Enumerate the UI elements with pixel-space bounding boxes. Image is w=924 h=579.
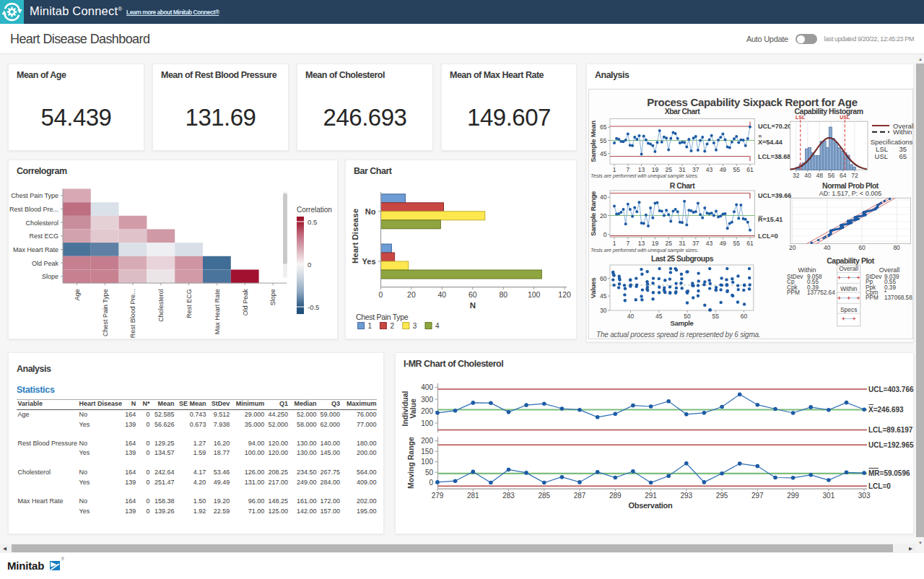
svg-text:303: 303 xyxy=(858,492,871,500)
svg-text:13: 13 xyxy=(638,239,645,246)
svg-text:299: 299 xyxy=(787,492,799,500)
svg-text:Tests are performed with unequ: Tests are performed with unequal sample … xyxy=(590,173,698,179)
svg-text:LCL=38.68: LCL=38.68 xyxy=(758,153,790,160)
svg-text:100: 100 xyxy=(421,419,433,427)
svg-text:45: 45 xyxy=(655,312,663,319)
svg-text:Overall: Overall xyxy=(839,265,858,272)
svg-text:R=15.41: R=15.41 xyxy=(758,216,783,223)
svg-text:61: 61 xyxy=(746,239,754,246)
svg-text:Rest Blood Pre...: Rest Blood Pre... xyxy=(9,206,58,213)
svg-text:293: 293 xyxy=(680,492,692,500)
svg-text:Within: Within xyxy=(893,128,912,136)
svg-text:X=54.44: X=54.44 xyxy=(758,139,783,146)
svg-text:80: 80 xyxy=(499,290,507,299)
svg-text:0: 0 xyxy=(308,261,311,269)
svg-text:Rest ECG: Rest ECG xyxy=(29,232,58,240)
svg-text:65: 65 xyxy=(600,123,607,131)
svg-text:LSL: LSL xyxy=(796,114,806,119)
svg-text:55: 55 xyxy=(733,239,740,246)
svg-text:80: 80 xyxy=(893,244,900,251)
svg-text:64: 64 xyxy=(840,171,847,178)
svg-text:Observation: Observation xyxy=(629,501,673,510)
svg-text:Specs: Specs xyxy=(840,305,858,313)
svg-text:Capability Plot: Capability Plot xyxy=(827,256,874,265)
svg-text:20: 20 xyxy=(600,212,607,219)
svg-text:Tests are performed with unequ: Tests are performed with unequal sample … xyxy=(590,247,698,253)
svg-text:Cholesterol: Cholesterol xyxy=(25,219,58,227)
svg-text:45: 45 xyxy=(600,292,607,300)
svg-text:LCL=89.6197: LCL=89.6197 xyxy=(868,426,913,434)
svg-text:20: 20 xyxy=(789,244,796,251)
svg-text:72: 72 xyxy=(851,171,858,178)
svg-text:65: 65 xyxy=(899,152,907,160)
svg-text:MR=59.0596: MR=59.0596 xyxy=(868,469,910,477)
svg-text:Age: Age xyxy=(74,289,81,300)
svg-text:AD: 1.517, P: < 0.005: AD: 1.517, P: < 0.005 xyxy=(819,190,881,197)
svg-text:UCL=192.965: UCL=192.965 xyxy=(868,441,914,449)
svg-text:Within: Within xyxy=(840,284,858,292)
svg-text:301: 301 xyxy=(823,492,835,500)
svg-text:0.5: 0.5 xyxy=(308,218,317,226)
svg-text:19: 19 xyxy=(652,239,659,246)
svg-text:PPM: PPM xyxy=(787,289,800,295)
svg-text:283: 283 xyxy=(502,492,515,500)
svg-text:Values: Values xyxy=(589,277,597,297)
svg-text:Old Peak: Old Peak xyxy=(32,260,59,267)
svg-text:The actual process spread is r: The actual process spread is represented… xyxy=(596,331,761,339)
svg-text:32: 32 xyxy=(793,171,800,178)
svg-text:Normal Prob Plot: Normal Prob Plot xyxy=(822,181,879,190)
svg-text:281: 281 xyxy=(467,492,479,500)
svg-text:Yes: Yes xyxy=(362,257,376,266)
svg-text:Cholesterol: Cholesterol xyxy=(157,289,165,322)
svg-text:Rest ECG: Rest ECG xyxy=(186,289,193,318)
svg-text:43: 43 xyxy=(706,239,713,246)
svg-text:Sample Range: Sample Range xyxy=(589,191,597,236)
svg-text:USL: USL xyxy=(840,114,850,119)
svg-text:Sample Mean: Sample Mean xyxy=(589,120,597,162)
svg-text:291: 291 xyxy=(645,492,657,500)
svg-text:Chest Pain Type: Chest Pain Type xyxy=(102,289,109,336)
svg-text:Overall: Overall xyxy=(879,266,900,274)
svg-text:50: 50 xyxy=(425,469,434,476)
svg-text:55: 55 xyxy=(712,312,720,319)
svg-text:60: 60 xyxy=(468,290,477,299)
svg-text:Heart Disease: Heart Disease xyxy=(351,209,359,264)
svg-text:LCL=0: LCL=0 xyxy=(758,232,778,240)
svg-text:Value: Value xyxy=(409,399,417,419)
svg-text:UCL=39.66: UCL=39.66 xyxy=(758,191,791,199)
svg-text:60: 60 xyxy=(741,312,748,319)
svg-text:45: 45 xyxy=(600,149,607,157)
svg-text:UCL=403.766: UCL=403.766 xyxy=(868,386,914,393)
svg-text:100: 100 xyxy=(528,290,541,299)
svg-text:7: 7 xyxy=(626,239,629,246)
svg-text:60: 60 xyxy=(600,274,607,282)
svg-text:295: 295 xyxy=(716,492,728,500)
svg-text:49: 49 xyxy=(720,166,727,173)
svg-text:Chest Pain Type: Chest Pain Type xyxy=(356,313,409,321)
svg-text:137068.58: 137068.58 xyxy=(884,295,912,301)
svg-text:1: 1 xyxy=(368,322,372,330)
svg-text:100: 100 xyxy=(421,458,433,466)
svg-text:USL: USL xyxy=(875,152,888,160)
svg-text:300: 300 xyxy=(421,396,433,404)
svg-text:Correlation: Correlation xyxy=(297,206,332,214)
svg-text:40: 40 xyxy=(627,312,635,319)
svg-text:No: No xyxy=(365,207,376,216)
svg-text:30: 30 xyxy=(600,307,607,314)
svg-text:X=246.693: X=246.693 xyxy=(868,406,904,414)
svg-text:49: 49 xyxy=(720,239,727,246)
svg-text:0: 0 xyxy=(429,479,433,487)
svg-text:297: 297 xyxy=(751,492,764,500)
svg-text:Sample: Sample xyxy=(671,319,694,327)
svg-text:Slope: Slope xyxy=(42,273,58,280)
svg-text:56: 56 xyxy=(828,171,835,178)
svg-text:20: 20 xyxy=(407,290,416,299)
svg-text:N: N xyxy=(470,301,476,310)
svg-text:60: 60 xyxy=(858,244,866,251)
svg-text:287: 287 xyxy=(574,492,586,500)
svg-text:Max Heart Rate: Max Heart Rate xyxy=(13,246,58,253)
svg-text:Moving Range: Moving Range xyxy=(406,437,415,489)
svg-text:Last 25 Subgroups: Last 25 Subgroups xyxy=(651,254,714,263)
svg-text:150: 150 xyxy=(421,448,433,456)
svg-text:200: 200 xyxy=(421,437,433,445)
